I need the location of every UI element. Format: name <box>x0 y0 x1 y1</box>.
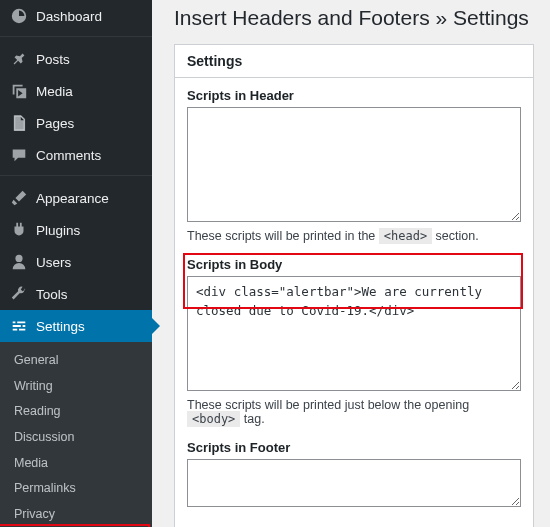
field-scripts-footer: Scripts in Footer <box>187 440 521 510</box>
menu-item-media[interactable]: Media <box>0 75 152 107</box>
submenu-wrap: GeneralWritingReadingDiscussionMediaPerm… <box>0 342 152 527</box>
submenu-item[interactable]: Media <box>0 451 152 477</box>
menu-item-plugins[interactable]: Plugins <box>0 214 152 246</box>
page-icon <box>10 114 28 132</box>
field-hint: These scripts will be printed just below… <box>187 398 521 426</box>
hint-text: These scripts will be printed just below… <box>187 398 469 412</box>
comment-icon <box>10 146 28 164</box>
panel-heading: Settings <box>175 45 533 78</box>
field-scripts-body: Scripts in Body These scripts will be pr… <box>187 257 521 426</box>
menu-item-users[interactable]: Users <box>0 246 152 278</box>
menu-label: Comments <box>36 148 101 163</box>
menu-item-comments[interactable]: Comments <box>0 139 152 171</box>
scripts-header-textarea[interactable] <box>187 107 521 222</box>
user-icon <box>10 253 28 271</box>
menu-label: Appearance <box>36 191 109 206</box>
submenu-item[interactable]: Discussion <box>0 425 152 451</box>
content-area: Insert Headers and Footers » Settings Se… <box>152 0 550 527</box>
hint-code: <head> <box>379 228 432 244</box>
menu-label: Settings <box>36 319 85 334</box>
admin-sidebar: Dashboard Posts Media Pages Comments <box>0 0 152 527</box>
scripts-footer-textarea[interactable] <box>187 459 521 507</box>
menu-label: Tools <box>36 287 68 302</box>
wrench-icon <box>10 285 28 303</box>
settings-submenu: GeneralWritingReadingDiscussionMediaPerm… <box>0 342 152 527</box>
main-menu: Dashboard Posts Media Pages Comments <box>0 0 152 342</box>
field-label: Scripts in Header <box>187 88 521 103</box>
menu-label: Plugins <box>36 223 80 238</box>
media-icon <box>10 82 28 100</box>
field-label: Scripts in Body <box>187 257 521 272</box>
app-root: Dashboard Posts Media Pages Comments <box>0 0 550 527</box>
menu-label: Pages <box>36 116 74 131</box>
menu-label: Dashboard <box>36 9 102 24</box>
menu-item-settings[interactable]: Settings <box>0 310 152 342</box>
hint-text: section. <box>432 229 479 243</box>
menu-item-pages[interactable]: Pages <box>0 107 152 139</box>
sliders-icon <box>10 317 28 335</box>
menu-label: Posts <box>36 52 70 67</box>
menu-label: Users <box>36 255 71 270</box>
active-menu-arrow <box>152 318 160 334</box>
field-hint: These scripts will be printed in the <he… <box>187 229 521 243</box>
settings-panel: Settings Scripts in Header These scripts… <box>174 44 534 527</box>
menu-item-dashboard[interactable]: Dashboard <box>0 0 152 32</box>
menu-item-tools[interactable]: Tools <box>0 278 152 310</box>
menu-item-appearance[interactable]: Appearance <box>0 182 152 214</box>
pin-icon <box>10 50 28 68</box>
submenu-item[interactable]: General <box>0 348 152 374</box>
hint-text: tag. <box>240 412 264 426</box>
panel-body: Scripts in Header These scripts will be … <box>175 78 533 527</box>
page-title: Insert Headers and Footers » Settings <box>174 6 534 30</box>
brush-icon <box>10 189 28 207</box>
plug-icon <box>10 221 28 239</box>
submenu-item[interactable]: Writing <box>0 374 152 400</box>
menu-separator <box>0 36 152 41</box>
field-scripts-header: Scripts in Header These scripts will be … <box>187 88 521 243</box>
menu-separator <box>0 175 152 180</box>
menu-item-posts[interactable]: Posts <box>0 43 152 75</box>
dashboard-icon <box>10 7 28 25</box>
menu-label: Media <box>36 84 73 99</box>
hint-text: These scripts will be printed in the <box>187 229 379 243</box>
submenu-item[interactable]: Reading <box>0 399 152 425</box>
scripts-body-textarea[interactable] <box>187 276 521 391</box>
hint-code: <body> <box>187 411 240 427</box>
submenu-item[interactable]: Permalinks <box>0 476 152 502</box>
submenu-item[interactable]: Privacy <box>0 502 152 527</box>
field-label: Scripts in Footer <box>187 440 521 455</box>
